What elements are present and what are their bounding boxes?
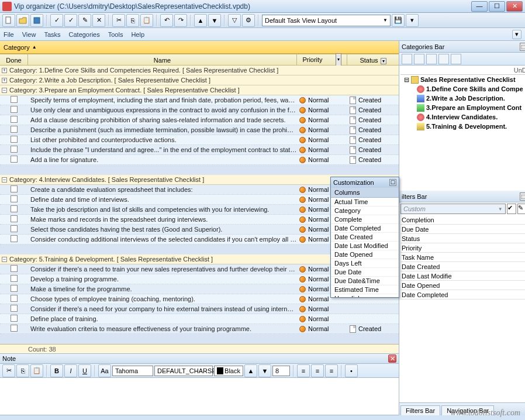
task-row[interactable]: Consider if there's a need for your comp…: [0, 304, 399, 314]
expand-icon[interactable]: −: [2, 257, 7, 262]
grouping-header[interactable]: Category ▲: [0, 41, 399, 54]
font-color-combo[interactable]: Black: [214, 366, 243, 376]
note-editor[interactable]: [0, 378, 399, 415]
new-task-icon[interactable]: ✓: [50, 14, 63, 27]
menu-file[interactable]: File: [4, 31, 14, 38]
cat-del-icon[interactable]: [438, 54, 449, 64]
italic-icon[interactable]: I: [64, 364, 77, 377]
checkbox-icon[interactable]: [11, 126, 18, 133]
ed-paste-icon[interactable]: 📋: [30, 364, 43, 377]
col-done[interactable]: Done: [0, 54, 28, 65]
customization-tab[interactable]: Columns: [331, 188, 399, 198]
checkbox-icon[interactable]: [11, 315, 18, 322]
cell-done[interactable]: [0, 325, 28, 333]
edit-icon[interactable]: ✎: [78, 14, 91, 27]
tree-item[interactable]: 3.Prepare an Employment Cont77: [400, 103, 525, 112]
undo-icon[interactable]: ↶: [160, 14, 173, 27]
customization-item[interactable]: Hyperlink: [331, 294, 399, 297]
move-up-icon[interactable]: ▲: [194, 14, 207, 27]
checkbox-icon[interactable]: [11, 285, 18, 292]
minimize-button[interactable]: —: [471, 1, 488, 12]
cell-done[interactable]: [0, 195, 28, 204]
customization-item[interactable]: Estimated Time: [331, 285, 399, 294]
layout-opts-icon[interactable]: ▾: [406, 14, 419, 27]
checkbox-icon[interactable]: [11, 156, 18, 163]
task-row[interactable]: Include the phrase "I understand and agr…: [0, 145, 399, 155]
customization-item[interactable]: Date Opened: [331, 250, 399, 259]
menu-view[interactable]: View: [22, 31, 36, 38]
customization-item[interactable]: Due Date&Time: [331, 277, 399, 285]
settings-icon[interactable]: ⚙: [242, 14, 255, 27]
col-priority[interactable]: Priority▾: [297, 54, 347, 65]
font-family-combo[interactable]: Tahoma: [112, 366, 153, 376]
checkbox-icon[interactable]: [11, 305, 18, 312]
filter-row[interactable]: Date Last Modifie▾: [400, 271, 525, 281]
task-row[interactable]: Describe a punishment (such as immediate…: [0, 125, 399, 135]
customization-item[interactable]: Days Left: [331, 259, 399, 268]
tab-filters[interactable]: Filters Bar: [400, 405, 440, 415]
move-down-icon[interactable]: ▼: [208, 14, 221, 27]
customization-item[interactable]: Complete: [331, 215, 399, 224]
menu-tools[interactable]: Tools: [108, 31, 123, 38]
cell-done[interactable]: [0, 146, 28, 154]
menu-chevron-icon[interactable]: ▾: [512, 30, 521, 39]
expand-icon[interactable]: −: [2, 88, 7, 93]
layout-combo[interactable]: Default Task View Layout ▼: [262, 15, 391, 26]
align-left-icon[interactable]: ≡: [297, 364, 310, 377]
paste-icon[interactable]: 📋: [140, 14, 153, 27]
checkbox-icon[interactable]: [11, 106, 18, 113]
checkbox-icon[interactable]: [11, 96, 18, 103]
align-center-icon[interactable]: ≡: [311, 364, 324, 377]
cut-icon[interactable]: ✂: [112, 14, 125, 27]
checkbox-icon[interactable]: [11, 116, 18, 123]
maximize-button[interactable]: ☐: [489, 1, 505, 12]
checkbox-icon[interactable]: [11, 136, 18, 143]
filter-row[interactable]: Task Name▾: [400, 253, 525, 262]
col-name[interactable]: Name: [28, 54, 297, 65]
categories-tree[interactable]: UnD...T... ⊟ Sales Representative Checkl…: [399, 66, 525, 191]
cat-new-icon[interactable]: [402, 54, 412, 64]
filter-apply-icon[interactable]: ✔: [507, 204, 516, 214]
cell-done[interactable]: [0, 106, 28, 114]
cat-sub-icon[interactable]: [414, 54, 424, 64]
category-row[interactable]: −Category: 3.Prepare an Employment Contr…: [0, 85, 399, 95]
panel-pin-icon[interactable]: ⬚: [520, 192, 525, 201]
cell-done[interactable]: [0, 265, 28, 273]
redo-icon[interactable]: ↷: [174, 14, 187, 27]
cell-done[interactable]: [0, 156, 28, 164]
customization-item[interactable]: Date Completed: [331, 224, 399, 233]
size-up-icon[interactable]: ▲: [244, 364, 257, 377]
checkbox-icon[interactable]: [11, 185, 18, 192]
checkbox-icon[interactable]: [11, 215, 18, 222]
checkbox-icon[interactable]: [11, 325, 18, 332]
cell-done[interactable]: [0, 285, 28, 293]
checkbox-icon[interactable]: [11, 225, 18, 232]
align-right-icon[interactable]: ≡: [325, 364, 338, 377]
customization-title[interactable]: Customization ☐: [331, 177, 399, 188]
col-status[interactable]: Status▾: [347, 54, 399, 65]
task-row[interactable]: Use only clear and unambiguous expressio…: [0, 105, 399, 115]
filter-row[interactable]: Date Completed▾: [400, 290, 525, 299]
cell-done[interactable]: [0, 295, 28, 303]
cell-done[interactable]: [0, 126, 28, 134]
task-row[interactable]: Specify terms of employment, including t…: [0, 95, 399, 105]
tree-item[interactable]: 2.Write a Job Description.77: [400, 94, 525, 103]
task-row[interactable]: Add a clause describing prohibition of s…: [0, 115, 399, 125]
size-down-icon[interactable]: ▼: [258, 364, 271, 377]
filter-row[interactable]: Status▾: [400, 234, 525, 243]
customization-list[interactable]: Actual TimeCategoryCompleteDate Complete…: [331, 198, 399, 297]
expand-icon[interactable]: −: [2, 177, 7, 183]
customization-close-icon[interactable]: ☐: [389, 179, 396, 186]
menu-categories[interactable]: Categories: [69, 31, 100, 38]
layout-save-icon[interactable]: 💾: [392, 14, 405, 27]
ed-copy-icon[interactable]: ⎘: [16, 364, 29, 377]
category-row[interactable]: +Category: 1.Define Core Skills and Comp…: [0, 66, 399, 75]
task-row[interactable]: Define place of training.Normal: [0, 314, 399, 324]
checkbox-icon[interactable]: [11, 265, 18, 272]
underline-icon[interactable]: U: [78, 364, 91, 377]
cell-done[interactable]: [0, 275, 28, 283]
checkbox-icon[interactable]: [11, 195, 18, 202]
cell-done[interactable]: [0, 136, 28, 144]
save-icon[interactable]: [30, 14, 43, 27]
customization-item[interactable]: Due Date: [331, 268, 399, 277]
